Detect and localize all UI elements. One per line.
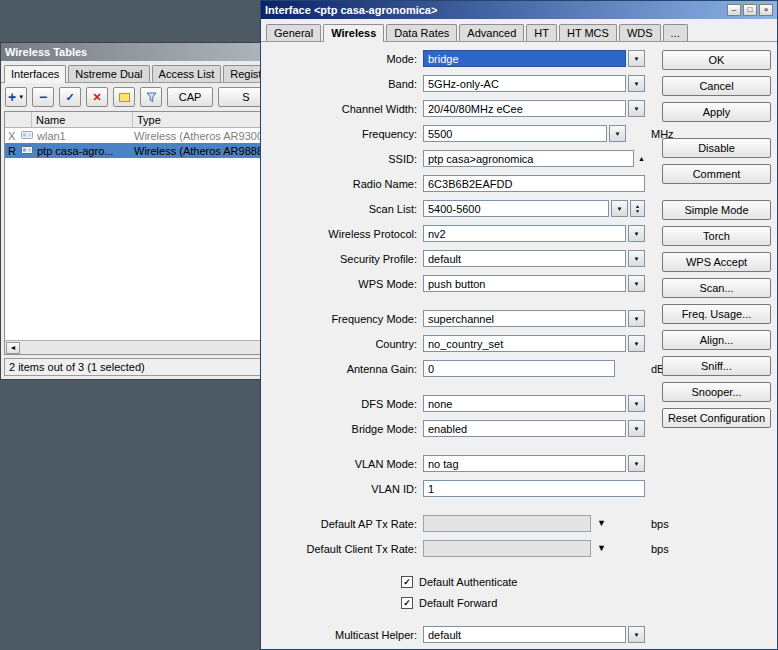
antenna-gain-input[interactable]: 0 <box>423 360 615 377</box>
type-column-header[interactable]: Type <box>133 112 265 127</box>
band-label: Band: <box>269 78 423 90</box>
wps-mode-value: push button <box>428 278 486 290</box>
sniff-button[interactable]: Sniff... <box>662 356 771 376</box>
ssid-input[interactable]: ptp casa>agronomica <box>423 150 634 167</box>
ok-button[interactable]: OK <box>662 50 771 70</box>
tab-interfaces[interactable]: Interfaces <box>4 65 66 83</box>
freq-usage-button[interactable]: Freq. Usage... <box>662 304 771 324</box>
align-button[interactable]: Align... <box>662 330 771 350</box>
tab-wds[interactable]: WDS <box>619 24 661 41</box>
wireless-interface-icon <box>19 145 35 157</box>
tab-advanced[interactable]: Advanced <box>459 24 524 41</box>
mode-input[interactable]: bridge <box>423 50 626 67</box>
check-icon: ✓ <box>403 578 411 587</box>
bridge-mode-dropdown-icon[interactable]: ▼ <box>628 420 645 437</box>
tab-general[interactable]: General <box>266 24 321 41</box>
scan-list-input[interactable]: 5400-5600 <box>423 200 609 217</box>
close-icon: × <box>764 5 769 14</box>
simple-mode-button[interactable]: Simple Mode <box>662 200 771 220</box>
table-row-selected[interactable]: R ptp casa-agro... Wireless (Atheros AR9… <box>5 143 265 158</box>
default-forward-checkbox[interactable]: ✓ <box>401 597 413 609</box>
frequency-mode-dropdown-icon[interactable]: ▼ <box>628 310 645 327</box>
minimize-button[interactable]: – <box>727 4 741 16</box>
tab-wireless[interactable]: Wireless <box>323 24 384 42</box>
wireless-tables-tabbar: Interfaces Nstreme Dual Access List Regi… <box>1 61 269 83</box>
filter-button[interactable] <box>140 87 162 107</box>
band-dropdown-icon[interactable]: ▼ <box>628 75 645 92</box>
tab-more[interactable]: ... <box>663 24 688 41</box>
scroll-left-button[interactable]: ◄ <box>6 342 20 354</box>
frequency-input[interactable]: 5500 <box>423 125 607 142</box>
dfs-mode-dropdown-icon[interactable]: ▼ <box>628 395 645 412</box>
torch-button[interactable]: Torch <box>662 226 771 246</box>
name-column-header[interactable]: Name <box>32 112 133 127</box>
bridge-mode-input[interactable]: enabled <box>423 420 626 437</box>
reset-configuration-button[interactable]: Reset Configuration <box>662 408 771 428</box>
disable-button[interactable]: ✕ <box>86 87 108 107</box>
default-authenticate-checkbox[interactable]: ✓ <box>401 576 413 588</box>
mode-dropdown-icon[interactable]: ▼ <box>628 50 645 67</box>
ssid-collapse-icon[interactable]: ▲ <box>638 155 645 162</box>
wireless-protocol-input[interactable]: nv2 <box>423 225 626 242</box>
channel-width-label: Channel Width: <box>269 103 423 115</box>
table-row[interactable]: X wlan1 Wireless (Atheros AR9300) <box>5 128 265 143</box>
channel-width-input[interactable]: 20/40/80MHz eCee <box>423 100 626 117</box>
enable-button[interactable]: ✓ <box>59 87 81 107</box>
tab-nstreme-dual[interactable]: Nstreme Dual <box>68 65 149 82</box>
row-flag: R <box>5 145 19 157</box>
multicast-helper-dropdown-icon[interactable]: ▼ <box>628 626 645 643</box>
chevron-down-icon: ▼ <box>634 81 640 87</box>
close-button[interactable]: × <box>759 4 773 16</box>
default-ap-tx-rate-dropdown-icon[interactable]: ▼ <box>597 519 606 528</box>
tab-ht[interactable]: HT <box>526 24 557 41</box>
channel-width-dropdown-icon[interactable]: ▼ <box>628 100 645 117</box>
chevron-down-icon: ▼ <box>634 426 640 432</box>
snooper-button[interactable]: Snooper... <box>662 382 771 402</box>
wps-mode-input[interactable]: push button <box>423 275 626 292</box>
field-wps-mode: WPS Mode: push button ▼ <box>269 275 661 292</box>
country-dropdown-icon[interactable]: ▼ <box>628 335 645 352</box>
tab-access-list[interactable]: Access List <box>152 65 222 82</box>
antenna-gain-value: 0 <box>428 363 434 375</box>
tab-data-rates[interactable]: Data Rates <box>386 24 457 41</box>
cap-button[interactable]: CAP <box>167 87 213 107</box>
add-button[interactable]: + ▼ <box>5 87 27 107</box>
default-client-tx-rate-dropdown-icon[interactable]: ▼ <box>597 544 606 553</box>
scan-list-value: 5400-5600 <box>428 203 481 215</box>
dialog-titlebar[interactable]: Interface <ptp casa-agronomica> – □ × <box>261 1 777 19</box>
security-profile-dropdown-icon[interactable]: ▼ <box>628 250 645 267</box>
wps-mode-dropdown-icon[interactable]: ▼ <box>628 275 645 292</box>
chevron-down-icon: ▼ <box>18 94 24 100</box>
comment-button[interactable]: Comment <box>662 164 771 184</box>
vlan-mode-dropdown-icon[interactable]: ▼ <box>628 455 645 472</box>
disable-button[interactable]: Disable <box>662 138 771 158</box>
cancel-button[interactable]: Cancel <box>662 76 771 96</box>
wireless-protocol-dropdown-icon[interactable]: ▼ <box>628 225 645 242</box>
vlan-mode-input[interactable]: no tag <box>423 455 626 472</box>
frequency-dropdown-icon[interactable]: ▼ <box>609 125 626 142</box>
scan-list-dropdown-icon[interactable]: ▼ <box>611 200 628 217</box>
frequency-mode-input[interactable]: superchannel <box>423 310 626 327</box>
multicast-helper-input[interactable]: default <box>423 626 626 643</box>
tab-ht-mcs[interactable]: HT MCS <box>559 24 617 41</box>
comment-button[interactable] <box>113 87 135 107</box>
horizontal-scrollbar[interactable]: ◄ <box>5 340 265 354</box>
dfs-mode-input[interactable]: none <box>423 395 626 412</box>
flag-column-header[interactable] <box>5 112 32 127</box>
spin-down-icon: ▼ <box>635 209 640 214</box>
remove-button[interactable]: − <box>32 87 54 107</box>
radio-name-input[interactable]: 6C3B6B2EAFDD <box>423 175 645 192</box>
wireless-tables-titlebar[interactable]: Wireless Tables <box>1 43 269 61</box>
vlan-id-input[interactable]: 1 <box>423 480 645 497</box>
apply-button[interactable]: Apply <box>662 102 771 122</box>
scan-button[interactable]: Scan... <box>662 278 771 298</box>
chevron-down-icon: ▼ <box>634 106 640 112</box>
security-profile-input[interactable]: default <box>423 250 626 267</box>
country-input[interactable]: no_country_set <box>423 335 626 352</box>
maximize-button[interactable]: □ <box>743 4 757 16</box>
scan-list-updown-control[interactable]: ▲ ▼ <box>630 200 645 217</box>
multicast-helper-value: default <box>428 629 461 641</box>
wps-accept-button[interactable]: WPS Accept <box>662 252 771 272</box>
band-input[interactable]: 5GHz-only-AC <box>423 75 626 92</box>
field-bridge-mode: Bridge Mode: enabled ▼ <box>269 420 661 437</box>
